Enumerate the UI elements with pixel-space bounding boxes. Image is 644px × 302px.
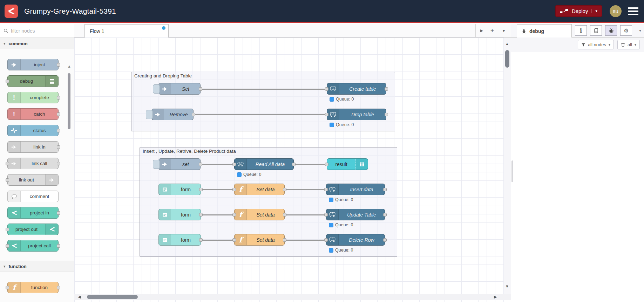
node-output-port[interactable] [199, 238, 203, 242]
user-avatar[interactable]: su [610, 5, 622, 17]
flow-group-creating-and-droping-table[interactable]: Creating and Droping Table [131, 72, 395, 131]
node-input-port[interactable] [232, 213, 236, 217]
flow-node-set[interactable]: Set [158, 83, 201, 95]
node-output-port[interactable] [385, 113, 388, 116]
flow-node-create-table[interactable]: Create table [327, 83, 386, 95]
palette-category-function[interactable]: ▾function [0, 261, 74, 272]
flow-node-set[interactable]: set [158, 158, 201, 170]
node-input-port[interactable] [325, 113, 328, 116]
inject-button[interactable] [153, 84, 160, 94]
palette-node-project-out[interactable]: project out [7, 224, 59, 235]
node-output-port[interactable] [383, 213, 387, 217]
palette-node-project-in[interactable]: project in [7, 207, 59, 219]
deploy-options-caret-icon[interactable]: ▾ [591, 9, 597, 13]
palette-node-catch[interactable]: !catch [7, 108, 59, 120]
flow-node-insert-data[interactable]: Insert data [326, 184, 385, 195]
node-output-port[interactable] [199, 87, 202, 91]
palette-filter-input[interactable] [11, 28, 63, 34]
palette-node-link-call[interactable]: link call [7, 158, 59, 169]
palette-node-complete[interactable]: !complete [7, 92, 59, 103]
settings-tab-button[interactable]: ⚙ [620, 25, 632, 36]
flow-node-form[interactable]: form [158, 234, 201, 246]
vertical-scrollbar-thumb[interactable] [505, 50, 509, 68]
flow-node-form[interactable]: form [158, 209, 201, 220]
node-input-port[interactable] [6, 286, 9, 289]
node-input-port[interactable] [325, 87, 328, 91]
node-input-port[interactable] [324, 213, 328, 217]
palette-scrollbar-thumb[interactable] [68, 73, 70, 129]
sidebar-resize-grip[interactable] [511, 160, 513, 182]
node-input-port[interactable] [232, 188, 236, 191]
node-output-port[interactable] [292, 163, 296, 166]
flow-node-delete-row[interactable]: Delete Row [326, 234, 385, 246]
node-input-port[interactable] [6, 244, 9, 248]
node-output-port[interactable] [57, 96, 60, 99]
debug-filter-button[interactable]: all nodes ▾ [578, 40, 614, 49]
node-output-port[interactable] [57, 129, 60, 132]
node-input-port[interactable] [324, 238, 328, 242]
scroll-down-icon[interactable]: ▼ [505, 284, 509, 288]
node-output-port[interactable] [283, 238, 286, 242]
palette-node-function[interactable]: ffunction [7, 282, 59, 293]
node-input-port[interactable] [324, 188, 328, 191]
palette-node-debug[interactable]: debug [7, 75, 59, 87]
flow-node-drop-table[interactable]: Drop table [327, 109, 386, 120]
info-tab-button[interactable]: i [575, 25, 587, 36]
node-input-port[interactable] [232, 163, 236, 166]
palette-node-status[interactable]: status [7, 125, 59, 136]
flow-node-result[interactable]: result [327, 158, 368, 170]
node-input-port[interactable] [6, 162, 9, 165]
node-input-port[interactable] [232, 238, 236, 242]
node-output-port[interactable] [57, 286, 60, 289]
flow-list-caret-icon[interactable]: ▾ [499, 24, 508, 37]
node-output-port[interactable] [385, 87, 388, 91]
node-output-port[interactable] [57, 211, 60, 215]
node-output-port[interactable] [199, 213, 203, 217]
palette-category-common[interactable]: ▾common [0, 38, 74, 49]
node-input-port[interactable] [6, 178, 9, 182]
node-output-port[interactable] [57, 162, 60, 165]
node-output-port[interactable] [57, 145, 60, 149]
flow-canvas[interactable]: Creating and Droping TableInsert , Updat… [74, 37, 504, 302]
add-flow-icon[interactable]: + [488, 24, 497, 37]
palette-node-link-out[interactable]: link out [7, 174, 59, 186]
scroll-right-icon[interactable]: ▶ [494, 295, 497, 299]
palette-node-project-call[interactable]: project call [7, 240, 59, 252]
node-output-port[interactable] [199, 188, 203, 191]
canvas-vertical-scrollbar[interactable]: ▲ ▼ [504, 37, 511, 294]
node-output-port[interactable] [383, 238, 387, 242]
node-output-port[interactable] [283, 188, 286, 191]
scroll-up-icon[interactable]: ▲ [505, 42, 509, 46]
inject-button[interactable] [146, 110, 153, 119]
palette-scroll-up-icon[interactable]: ▲ [67, 64, 71, 68]
node-output-port[interactable] [57, 63, 60, 67]
palette-node-link-in[interactable]: link in [7, 141, 59, 153]
flow-node-set-data[interactable]: fSet data [234, 209, 285, 220]
node-input-port[interactable] [325, 163, 328, 166]
debug-clear-button[interactable]: all ▾ [617, 40, 640, 49]
node-input-port[interactable] [6, 80, 9, 83]
flow-node-remove[interactable]: Remove [151, 109, 194, 120]
flow-node-update-table[interactable]: Update Table [326, 209, 385, 220]
deploy-button[interactable]: Deploy ▾ [555, 5, 602, 17]
flow-node-form[interactable]: form [158, 184, 201, 195]
tab-flow-1[interactable]: Flow 1 [84, 24, 169, 37]
palette-node-inject[interactable]: inject [7, 59, 59, 70]
flow-node-set-data[interactable]: fSet data [234, 234, 285, 246]
scroll-left-icon[interactable]: ◀ [78, 295, 81, 299]
node-output-port[interactable] [57, 112, 60, 116]
node-output-port[interactable] [199, 163, 202, 166]
next-tab-icon[interactable]: ▶ [477, 24, 486, 37]
inject-button[interactable] [153, 160, 160, 169]
tab-debug[interactable]: debug [517, 24, 572, 37]
help-tab-button[interactable] [590, 25, 602, 36]
canvas-horizontal-scrollbar[interactable]: ◀ ▶ [74, 294, 511, 300]
palette-node-comment[interactable]: comment [7, 191, 59, 202]
debug-tab-button[interactable] [605, 25, 617, 36]
sidebar-options-caret-icon[interactable]: ▾ [639, 28, 641, 33]
main-menu-icon[interactable] [628, 7, 638, 15]
node-output-port[interactable] [383, 188, 387, 191]
horizontal-scrollbar-thumb[interactable] [87, 295, 138, 299]
flow-node-set-data[interactable]: fSet data [234, 184, 285, 195]
node-input-port[interactable] [6, 228, 9, 231]
